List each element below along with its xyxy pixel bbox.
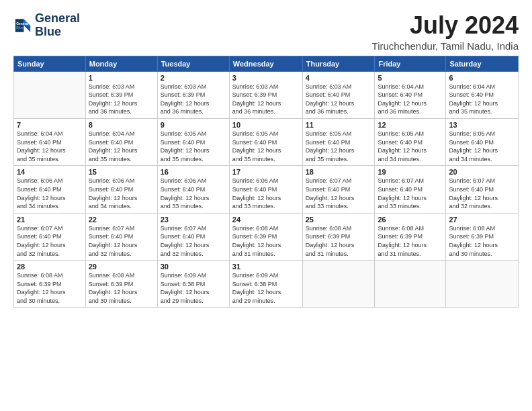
day-detail: Sunrise: 6:09 AM Sunset: 6:38 PM Dayligh…: [232, 271, 300, 305]
day-number: 28: [17, 263, 83, 271]
day-number: 22: [89, 216, 154, 224]
day-detail: Sunrise: 6:04 AM Sunset: 6:40 PM Dayligh…: [17, 130, 83, 163]
day-detail: Sunrise: 6:08 AM Sunset: 6:39 PM Dayligh…: [449, 224, 515, 258]
day-number: 12: [378, 121, 443, 129]
day-detail: Sunrise: 6:07 AM Sunset: 6:40 PM Dayligh…: [449, 177, 515, 210]
day-number: 7: [17, 121, 83, 129]
day-detail: Sunrise: 6:03 AM Sunset: 6:39 PM Dayligh…: [232, 83, 300, 116]
day-detail: Sunrise: 6:04 AM Sunset: 6:40 PM Dayligh…: [89, 130, 154, 163]
day-number: 25: [306, 216, 372, 224]
table-row: 4Sunrise: 6:03 AM Sunset: 6:40 PM Daylig…: [302, 71, 375, 118]
day-number: 19: [378, 168, 443, 176]
day-number: 26: [378, 216, 443, 224]
table-row: 24Sunrise: 6:08 AM Sunset: 6:39 PM Dayli…: [229, 213, 302, 260]
day-detail: Sunrise: 6:08 AM Sunset: 6:39 PM Dayligh…: [306, 224, 372, 258]
day-number: 4: [306, 74, 372, 82]
col-wednesday: Wednesday: [229, 56, 302, 71]
day-number: 20: [449, 168, 515, 176]
table-row: [375, 261, 446, 308]
table-row: 3Sunrise: 6:03 AM Sunset: 6:39 PM Daylig…: [229, 71, 302, 118]
col-friday: Friday: [375, 56, 446, 71]
calendar-header-row: Sunday Monday Tuesday Wednesday Thursday…: [14, 56, 519, 71]
logo: General Blue General Blue: [13, 12, 80, 39]
table-row: 22Sunrise: 6:07 AM Sunset: 6:40 PM Dayli…: [85, 213, 157, 260]
day-detail: Sunrise: 6:06 AM Sunset: 6:40 PM Dayligh…: [232, 177, 300, 210]
day-number: 9: [161, 121, 226, 129]
day-detail: Sunrise: 6:07 AM Sunset: 6:40 PM Dayligh…: [306, 177, 372, 210]
subtitle: Tiruchchendur, Tamil Nadu, India: [372, 40, 519, 52]
day-detail: Sunrise: 6:08 AM Sunset: 6:39 PM Dayligh…: [378, 224, 443, 258]
day-detail: Sunrise: 6:05 AM Sunset: 6:40 PM Dayligh…: [306, 130, 372, 163]
day-detail: Sunrise: 6:08 AM Sunset: 6:39 PM Dayligh…: [232, 224, 300, 258]
page: General Blue General Blue July 2024 Tiru…: [0, 0, 532, 314]
table-row: 18Sunrise: 6:07 AM Sunset: 6:40 PM Dayli…: [302, 166, 375, 213]
day-detail: Sunrise: 6:08 AM Sunset: 6:39 PM Dayligh…: [89, 271, 154, 305]
table-row: 23Sunrise: 6:07 AM Sunset: 6:40 PM Dayli…: [157, 213, 229, 260]
day-detail: Sunrise: 6:07 AM Sunset: 6:40 PM Dayligh…: [89, 224, 154, 258]
day-detail: Sunrise: 6:09 AM Sunset: 6:38 PM Dayligh…: [161, 271, 226, 305]
day-detail: Sunrise: 6:03 AM Sunset: 6:40 PM Dayligh…: [306, 83, 372, 116]
table-row: 20Sunrise: 6:07 AM Sunset: 6:40 PM Dayli…: [446, 166, 519, 213]
day-number: 21: [17, 216, 83, 224]
col-sunday: Sunday: [14, 56, 86, 71]
day-number: 8: [89, 121, 154, 129]
day-number: 11: [306, 121, 372, 129]
day-number: 2: [161, 74, 226, 82]
day-number: 5: [378, 74, 443, 82]
day-number: 1: [89, 74, 154, 82]
day-number: 30: [161, 263, 226, 271]
day-number: 15: [89, 168, 154, 176]
main-title: July 2024: [372, 12, 519, 39]
table-row: 25Sunrise: 6:08 AM Sunset: 6:39 PM Dayli…: [302, 213, 375, 260]
day-detail: Sunrise: 6:08 AM Sunset: 6:39 PM Dayligh…: [17, 271, 83, 305]
table-row: 16Sunrise: 6:06 AM Sunset: 6:40 PM Dayli…: [157, 166, 229, 213]
table-row: 13Sunrise: 6:05 AM Sunset: 6:40 PM Dayli…: [446, 118, 519, 165]
table-row: 11Sunrise: 6:05 AM Sunset: 6:40 PM Dayli…: [302, 118, 375, 165]
day-number: 27: [449, 216, 515, 224]
day-detail: Sunrise: 6:07 AM Sunset: 6:40 PM Dayligh…: [161, 224, 226, 258]
col-thursday: Thursday: [302, 56, 375, 71]
col-monday: Monday: [85, 56, 157, 71]
day-detail: Sunrise: 6:05 AM Sunset: 6:40 PM Dayligh…: [449, 130, 515, 163]
table-row: [446, 261, 519, 308]
table-row: 14Sunrise: 6:06 AM Sunset: 6:40 PM Dayli…: [14, 166, 86, 213]
day-detail: Sunrise: 6:06 AM Sunset: 6:40 PM Dayligh…: [89, 177, 154, 210]
day-detail: Sunrise: 6:07 AM Sunset: 6:40 PM Dayligh…: [17, 224, 83, 258]
table-row: 29Sunrise: 6:08 AM Sunset: 6:39 PM Dayli…: [85, 261, 157, 308]
header: General Blue General Blue July 2024 Tiru…: [13, 12, 519, 52]
day-detail: Sunrise: 6:05 AM Sunset: 6:40 PM Dayligh…: [161, 130, 226, 163]
logo-text: General Blue: [35, 12, 80, 39]
col-tuesday: Tuesday: [157, 56, 229, 71]
day-detail: Sunrise: 6:06 AM Sunset: 6:40 PM Dayligh…: [17, 177, 83, 210]
day-number: 3: [232, 74, 300, 82]
day-number: 17: [232, 168, 300, 176]
day-number: 31: [232, 263, 300, 271]
day-number: 23: [161, 216, 226, 224]
table-row: 10Sunrise: 6:05 AM Sunset: 6:40 PM Dayli…: [229, 118, 302, 165]
calendar-week-row: 7Sunrise: 6:04 AM Sunset: 6:40 PM Daylig…: [14, 118, 519, 165]
svg-marker-1: [24, 26, 30, 32]
calendar-week-row: 21Sunrise: 6:07 AM Sunset: 6:40 PM Dayli…: [14, 213, 519, 260]
table-row: [14, 71, 86, 118]
day-detail: Sunrise: 6:06 AM Sunset: 6:40 PM Dayligh…: [161, 177, 226, 210]
day-detail: Sunrise: 6:03 AM Sunset: 6:39 PM Dayligh…: [89, 83, 154, 116]
table-row: 27Sunrise: 6:08 AM Sunset: 6:39 PM Dayli…: [446, 213, 519, 260]
day-detail: Sunrise: 6:05 AM Sunset: 6:40 PM Dayligh…: [378, 130, 443, 163]
calendar-week-row: 1Sunrise: 6:03 AM Sunset: 6:39 PM Daylig…: [14, 71, 519, 118]
table-row: 5Sunrise: 6:04 AM Sunset: 6:40 PM Daylig…: [375, 71, 446, 118]
table-row: 2Sunrise: 6:03 AM Sunset: 6:39 PM Daylig…: [157, 71, 229, 118]
calendar-table: Sunday Monday Tuesday Wednesday Thursday…: [13, 56, 519, 308]
day-detail: Sunrise: 6:05 AM Sunset: 6:40 PM Dayligh…: [232, 130, 300, 163]
table-row: 1Sunrise: 6:03 AM Sunset: 6:39 PM Daylig…: [85, 71, 157, 118]
day-detail: Sunrise: 6:04 AM Sunset: 6:40 PM Dayligh…: [449, 83, 515, 116]
table-row: 9Sunrise: 6:05 AM Sunset: 6:40 PM Daylig…: [157, 118, 229, 165]
table-row: 6Sunrise: 6:04 AM Sunset: 6:40 PM Daylig…: [446, 71, 519, 118]
table-row: 19Sunrise: 6:07 AM Sunset: 6:40 PM Dayli…: [375, 166, 446, 213]
table-row: 15Sunrise: 6:06 AM Sunset: 6:40 PM Dayli…: [85, 166, 157, 213]
day-detail: Sunrise: 6:03 AM Sunset: 6:39 PM Dayligh…: [161, 83, 226, 116]
table-row: 31Sunrise: 6:09 AM Sunset: 6:38 PM Dayli…: [229, 261, 302, 308]
table-row: 26Sunrise: 6:08 AM Sunset: 6:39 PM Dayli…: [375, 213, 446, 260]
table-row: 30Sunrise: 6:09 AM Sunset: 6:38 PM Dayli…: [157, 261, 229, 308]
table-row: 17Sunrise: 6:06 AM Sunset: 6:40 PM Dayli…: [229, 166, 302, 213]
day-number: 10: [232, 121, 300, 129]
